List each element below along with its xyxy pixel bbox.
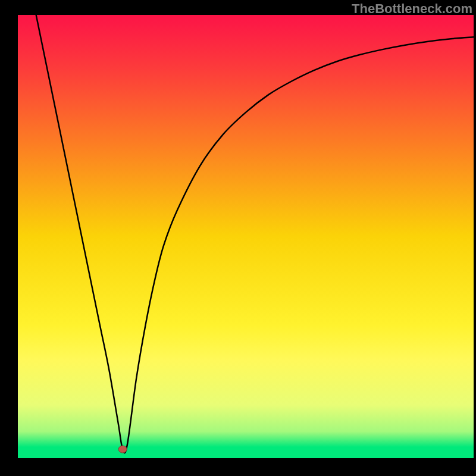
plot-background [18,15,474,458]
watermark-text: TheBottleneck.com [352,1,472,17]
bottleneck-chart [0,0,476,476]
chart-container: TheBottleneck.com [0,0,476,476]
optimal-marker [118,446,127,453]
